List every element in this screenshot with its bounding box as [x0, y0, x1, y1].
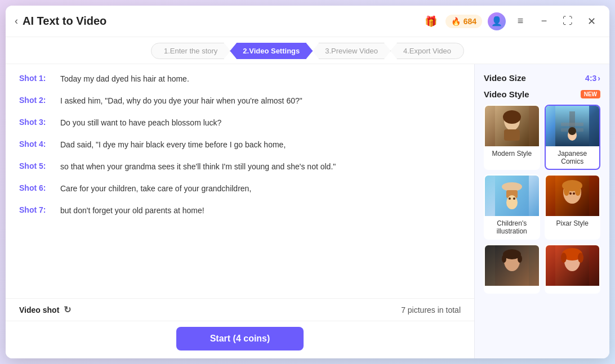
svg-point-23 — [573, 192, 575, 195]
shot-row: Shot 3: Do you still want to have peach … — [19, 117, 461, 129]
shot-row: Shot 1: Today my dad dyed his hair at ho… — [19, 73, 461, 85]
shot-text-2: I asked him, "Dad, why do you dye your h… — [60, 95, 302, 107]
svg-point-27 — [502, 255, 506, 263]
back-button[interactable]: ‹ — [15, 15, 18, 27]
maximize-button[interactable]: ⛶ — [559, 12, 577, 30]
svg-point-33 — [578, 253, 583, 263]
shot-text-5: so that when your grandma sees it she'll… — [60, 161, 336, 173]
style-card-6[interactable] — [545, 244, 601, 294]
coin-icon: 🔥 — [451, 17, 461, 26]
svg-point-11 — [502, 182, 522, 191]
shot-row: Shot 4: Dad said, "I dye my hair black e… — [19, 139, 461, 151]
style-thumb-6 — [546, 245, 600, 286]
minimize-button[interactable]: − — [535, 12, 553, 30]
style-card-pixar[interactable]: Pixar Style — [545, 174, 601, 240]
coin-badge[interactable]: 🔥 684 — [445, 15, 482, 28]
svg-point-16 — [513, 197, 515, 200]
left-section: Shot 1: Today my dad dyed his hair at ho… — [6, 64, 474, 358]
shot-label-2: Shot 2: — [19, 95, 56, 105]
close-button[interactable]: ✕ — [582, 12, 600, 30]
svg-point-20 — [564, 187, 569, 196]
video-shot-label: Video shot ↻ — [19, 304, 71, 315]
shot-row: Shot 5: so that when your grandma sees i… — [19, 161, 461, 173]
video-size-value[interactable]: 4:3 › — [585, 74, 600, 83]
shot-label-6: Shot 6: — [19, 183, 56, 192]
style-name-children: Children's illustration — [485, 216, 539, 239]
svg-point-22 — [569, 192, 572, 195]
svg-rect-3 — [504, 129, 520, 141]
style-thumb-modern — [485, 106, 539, 146]
shot-text-7: but don't forget your old parents at hom… — [60, 205, 204, 217]
start-bar: Start (4 coins) — [6, 321, 474, 358]
start-button[interactable]: Start (4 coins) — [176, 327, 304, 350]
style-card-5[interactable] — [484, 244, 540, 294]
right-panel: Video Size 4:3 › Video Style NEW — [474, 64, 609, 358]
chevron-right-icon: › — [598, 74, 600, 83]
style-name-6 — [546, 286, 600, 293]
shot-row: Shot 7: but don't forget your old parent… — [19, 205, 461, 217]
video-style-label: Video Style — [484, 89, 529, 99]
new-badge: NEW — [581, 90, 600, 98]
refresh-icon[interactable]: ↻ — [64, 304, 71, 315]
shot-label-5: Shot 5: — [19, 161, 56, 170]
shot-label-4: Shot 4: — [19, 139, 56, 149]
video-size-section: Video Size 4:3 › — [484, 73, 600, 83]
style-thumb-japanese — [546, 106, 600, 146]
shot-text-3: Do you still want to have peach blossom … — [60, 117, 221, 129]
style-thumb-5 — [485, 245, 539, 286]
coin-count: 684 — [464, 17, 476, 26]
style-thumb-pixar — [546, 176, 600, 216]
svg-point-21 — [575, 187, 581, 196]
steps-bar: 1.Enter the story 2.Video Settings 3.Pre… — [6, 37, 609, 64]
shots-footer: Video shot ↻ 7 pictures in total — [6, 298, 474, 321]
shot-label-3: Shot 3: — [19, 117, 56, 127]
style-thumb-children — [485, 176, 539, 216]
title-bar-right: 🎁 🔥 684 👤 ≡ − ⛶ ✕ — [422, 12, 600, 30]
step-preview-video[interactable]: 3.Preview Video — [312, 43, 391, 59]
shot-label-7: Shot 7: — [19, 205, 56, 214]
svg-point-15 — [509, 197, 511, 200]
shot-text-6: Care for your children, take care of you… — [60, 183, 251, 195]
video-size-label: Video Size — [484, 73, 526, 83]
shot-label-1: Shot 1: — [19, 73, 56, 83]
avatar[interactable]: 👤 — [488, 12, 506, 30]
step-video-settings[interactable]: 2.Video Settings — [230, 43, 313, 59]
total-pictures: 7 pictures in total — [401, 305, 461, 314]
style-card-modern[interactable]: Modern Style — [484, 105, 540, 170]
svg-point-2 — [503, 110, 521, 124]
style-card-japanese[interactable]: Japanese Comics — [545, 105, 601, 170]
main-content: Shot 1: Today my dad dyed his hair at ho… — [6, 64, 609, 358]
shot-row: Shot 6: Care for your children, take car… — [19, 183, 461, 195]
fire-icon: 🎁 — [422, 12, 440, 30]
svg-point-9 — [568, 127, 576, 135]
video-style-header: Video Style NEW — [484, 89, 600, 99]
style-name-pixar: Pixar Style — [546, 216, 600, 231]
style-card-children[interactable]: Children's illustration — [484, 174, 540, 240]
style-name-japanese: Japanese Comics — [546, 146, 600, 169]
app-window: ‹ AI Text to Video 🎁 🔥 684 👤 ≡ − ⛶ ✕ 1.E… — [6, 6, 609, 358]
title-bar: ‹ AI Text to Video 🎁 🔥 684 👤 ≡ − ⛶ ✕ — [6, 6, 609, 37]
shot-text-4: Dad said, "I dye my hair black every tim… — [60, 139, 286, 151]
step-export-video[interactable]: 4.Export Video — [390, 43, 464, 59]
menu-icon[interactable]: ≡ — [511, 12, 529, 30]
svg-rect-6 — [561, 123, 583, 126]
style-name-5 — [485, 286, 539, 293]
app-title: AI Text to Video — [23, 15, 422, 28]
step-enter-story[interactable]: 1.Enter the story — [151, 43, 230, 59]
svg-point-28 — [518, 255, 522, 263]
shot-row: Shot 2: I asked him, "Dad, why do you dy… — [19, 95, 461, 107]
svg-point-32 — [561, 253, 567, 263]
shots-panel: Shot 1: Today my dad dyed his hair at ho… — [6, 64, 474, 298]
style-name-modern: Modern Style — [485, 146, 539, 161]
style-grid: Modern Style — [484, 105, 600, 294]
shot-text-1: Today my dad dyed his hair at home. — [60, 73, 189, 85]
